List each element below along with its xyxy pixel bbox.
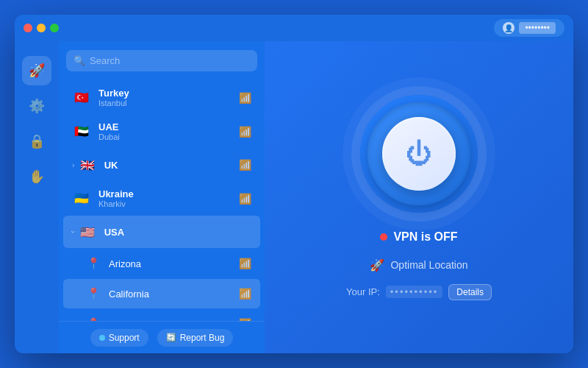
server-info-usa: USA bbox=[104, 227, 251, 238]
support-label: Support bbox=[109, 333, 140, 343]
pin-icon: 📍 bbox=[85, 286, 101, 302]
sidebar-item-security[interactable]: 🔒 bbox=[22, 127, 51, 156]
flag-usa: 🇺🇸 bbox=[78, 222, 97, 241]
lock-icon: 🔒 bbox=[29, 133, 45, 149]
bug-icon: 🔄 bbox=[166, 333, 176, 342]
support-dot-icon bbox=[99, 335, 105, 341]
flag-uae: 🇦🇪 bbox=[72, 122, 91, 141]
server-name: Turkey bbox=[98, 88, 239, 99]
report-bug-button[interactable]: 🔄 Report Bug bbox=[157, 329, 234, 347]
search-input[interactable] bbox=[90, 55, 250, 66]
maximize-button[interactable] bbox=[50, 24, 59, 32]
list-item[interactable]: › 🇬🇧 UK 📶 bbox=[63, 149, 260, 181]
list-item[interactable]: 🇺🇦 Ukraine Kharkiv 📶 bbox=[63, 182, 260, 215]
city-name: Arizona bbox=[109, 258, 239, 269]
server-list: 🇹🇷 Turkey Istanbul 📶 🇦🇪 UAE Dubai 📶 › bbox=[59, 77, 265, 353]
title-bar-right: 👤 •••••••• bbox=[494, 19, 564, 37]
server-info-ukraine: Ukraine Kharkiv bbox=[98, 188, 239, 208]
server-name: UAE bbox=[98, 121, 239, 132]
signal-icon: 📶 bbox=[239, 126, 251, 138]
window-controls bbox=[24, 24, 59, 32]
optimal-location: 🚀 Optimal Location bbox=[370, 258, 467, 272]
status-text: VPN is OFF bbox=[393, 230, 457, 244]
server-city: Kharkiv bbox=[98, 199, 239, 208]
status-dot-icon bbox=[380, 233, 387, 241]
list-item[interactable]: 🇦🇪 UAE Dubai 📶 bbox=[63, 115, 260, 148]
server-panel: 🔍 🇹🇷 Turkey Istanbul 📶 🇦🇪 UAE Dubai bbox=[59, 41, 265, 353]
user-name: •••••••• bbox=[519, 22, 556, 34]
power-icon: ⏻ bbox=[406, 141, 432, 167]
sidebar: 🚀 ⚙️ 🔒 ✋ bbox=[15, 41, 59, 353]
flag-turkey: 🇹🇷 bbox=[72, 88, 91, 107]
signal-icon: 📶 bbox=[239, 288, 251, 300]
power-ring: ⏻ bbox=[360, 95, 478, 213]
ip-value: •••••••••• bbox=[386, 286, 443, 298]
bottom-bar: Support 🔄 Report Bug bbox=[59, 321, 265, 353]
server-city: Istanbul bbox=[98, 99, 239, 107]
user-icon: 👤 bbox=[503, 22, 514, 34]
minimize-button[interactable] bbox=[37, 24, 46, 32]
ip-label: Your IP: bbox=[346, 286, 380, 297]
pin-icon: 📍 bbox=[85, 255, 101, 272]
server-name: USA bbox=[104, 227, 251, 238]
hand-icon: ✋ bbox=[29, 169, 45, 185]
server-name: Ukraine bbox=[98, 188, 239, 199]
details-button[interactable]: Details bbox=[448, 284, 492, 300]
signal-icon: 📶 bbox=[239, 92, 251, 104]
city-name: California bbox=[109, 289, 239, 300]
optimal-text: Optimal Location bbox=[390, 259, 467, 271]
title-bar: 👤 •••••••• bbox=[15, 15, 573, 41]
signal-icon: 📶 bbox=[239, 159, 251, 171]
main-panel: ⏻ VPN is OFF 🚀 Optimal Location Your IP:… bbox=[265, 41, 573, 353]
server-info-uae: UAE Dubai bbox=[98, 121, 239, 141]
list-item-arizona[interactable]: 📍 Arizona 📶 bbox=[63, 249, 260, 278]
server-name: UK bbox=[104, 160, 239, 171]
sidebar-item-adblock[interactable]: ✋ bbox=[22, 162, 51, 191]
user-badge[interactable]: 👤 •••••••• bbox=[494, 19, 564, 37]
sidebar-item-settings[interactable]: ⚙️ bbox=[22, 91, 51, 121]
sidebar-item-servers[interactable]: 🚀 bbox=[22, 56, 51, 85]
search-icon: 🔍 bbox=[74, 55, 85, 66]
list-item-usa[interactable]: › 🇺🇸 USA bbox=[63, 216, 260, 248]
flag-ukraine: 🇺🇦 bbox=[72, 189, 91, 208]
vpn-status: VPN is OFF bbox=[380, 230, 457, 244]
flag-uk: 🇬🇧 bbox=[78, 155, 97, 174]
power-button[interactable]: ⏻ bbox=[382, 117, 456, 191]
signal-icon: 📶 bbox=[239, 258, 251, 269]
search-bar: 🔍 bbox=[66, 50, 257, 71]
servers-icon: 🚀 bbox=[29, 63, 45, 79]
settings-icon: ⚙️ bbox=[29, 98, 45, 114]
server-info-turkey: Turkey Istanbul bbox=[98, 88, 239, 107]
server-info-uk: UK bbox=[104, 160, 239, 171]
chevron-right-icon: › bbox=[72, 160, 75, 169]
close-button[interactable] bbox=[24, 24, 32, 32]
signal-icon: 📶 bbox=[239, 193, 251, 205]
server-city: Dubai bbox=[98, 132, 239, 141]
list-item-california[interactable]: 📍 California 📶 bbox=[63, 279, 260, 308]
support-button[interactable]: Support bbox=[90, 329, 148, 347]
chevron-down-icon: › bbox=[69, 230, 78, 233]
rocket-icon: 🚀 bbox=[370, 258, 384, 272]
bug-label: Report Bug bbox=[180, 333, 225, 343]
ip-row: Your IP: •••••••••• Details bbox=[346, 284, 492, 300]
app-window: 👤 •••••••• 🚀 ⚙️ 🔒 ✋ 🔍 🇹🇷 bbox=[15, 15, 573, 353]
list-item[interactable]: 🇹🇷 Turkey Istanbul 📶 bbox=[63, 81, 260, 114]
